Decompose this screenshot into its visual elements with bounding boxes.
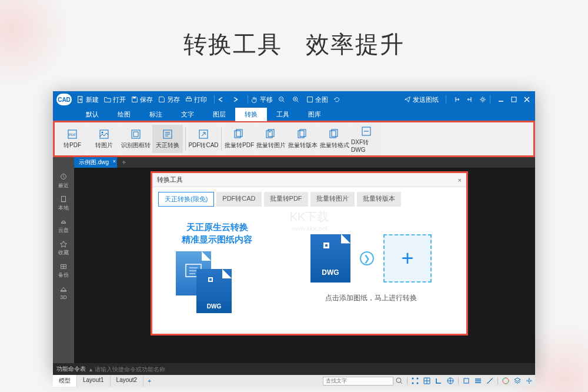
ribbon-批量转格式[interactable]: 批量转格式: [319, 125, 350, 153]
svg-rect-3: [187, 97, 190, 99]
add-file-dropzone[interactable]: +: [383, 234, 432, 283]
polar-icon[interactable]: [445, 376, 456, 386]
sidebar-备份[interactable]: 备份: [54, 260, 73, 281]
close-tab-icon[interactable]: ×: [113, 158, 116, 164]
layer-icon[interactable]: [512, 376, 523, 386]
svg-rect-11: [100, 130, 108, 138]
measure-icon[interactable]: [485, 376, 495, 386]
layout-tab-Layout2[interactable]: Layout2: [111, 375, 144, 387]
menu-图层[interactable]: 图层: [203, 108, 235, 121]
search-icon[interactable]: [394, 376, 405, 386]
ribbon-批量转PDF[interactable]: 批量转PDF: [224, 125, 255, 153]
fullscreen-button[interactable]: 全图: [306, 95, 328, 104]
sidebar-icon: [59, 285, 68, 293]
expand-left-icon[interactable]: [452, 95, 462, 104]
menu-标注[interactable]: 标注: [140, 108, 172, 121]
sidebar-云盘[interactable]: 云盘: [54, 215, 73, 236]
close-window-button[interactable]: [522, 95, 532, 104]
ribbon-转图片[interactable]: 转图片: [89, 125, 119, 153]
refresh-icon: [333, 95, 341, 104]
dialog-tab-2[interactable]: 批量转PDF: [264, 192, 308, 207]
undo-button[interactable]: [217, 95, 226, 104]
ribbon-icon: [360, 125, 372, 137]
document-tabs: 示例图.dwg × +: [53, 157, 535, 168]
page-heading: 转换工具效率提升: [0, 0, 588, 78]
collapse-icon[interactable]: ▴: [89, 366, 92, 373]
dialog-close-button[interactable]: ×: [458, 177, 462, 184]
expand-right-icon[interactable]: [465, 95, 475, 104]
ribbon-识别图框转[interactable]: 识别图框转: [121, 125, 151, 153]
layout-tab-模型[interactable]: 模型: [53, 375, 77, 387]
promo-panel: 天正原生云转换 精准显示图纸内容: [164, 221, 270, 316]
file-tab[interactable]: 示例图.dwg ×: [74, 157, 117, 168]
print-button[interactable]: 打印: [185, 95, 207, 104]
redo-button[interactable]: [231, 95, 240, 104]
menu-默认[interactable]: 默认: [76, 108, 108, 121]
ribbon-转PDF[interactable]: PDF转PDF: [57, 125, 88, 153]
osnap-icon[interactable]: [461, 376, 472, 386]
settings-icon[interactable]: [478, 95, 487, 104]
open-button[interactable]: 打开: [103, 95, 126, 104]
sidebar-icon: [59, 262, 68, 270]
menu-图库[interactable]: 图库: [299, 108, 330, 121]
menu-工具[interactable]: 工具: [267, 108, 299, 121]
promo-illustration: DWG: [164, 251, 270, 316]
svg-point-36: [396, 378, 401, 383]
snap-icon[interactable]: [410, 376, 420, 386]
dialog-tab-4[interactable]: 批量转版本: [357, 192, 401, 207]
grid-icon[interactable]: [422, 376, 432, 386]
ribbon-icon: PDF: [66, 128, 78, 140]
lineweight-icon[interactable]: [473, 376, 483, 386]
canvas[interactable]: 转换工具 × 天正转换(限免)PDF转CAD批量转PDF批量转图片批量转版本 K…: [74, 168, 535, 363]
ribbon-DXF转DWG[interactable]: DXF转DWG: [351, 125, 382, 153]
add-tab-button[interactable]: +: [122, 158, 126, 167]
dialog-tab-1[interactable]: PDF转CAD: [216, 192, 261, 207]
layout-tab-Layout1[interactable]: Layout1: [77, 375, 111, 387]
ribbon-icon: [162, 128, 173, 140]
ribbon-PDF转CAD[interactable]: PDF转CAD: [188, 125, 219, 153]
color-icon[interactable]: [500, 376, 511, 386]
save-button[interactable]: 保存: [131, 95, 153, 104]
zoom-in-button[interactable]: [292, 95, 301, 104]
menu-转换[interactable]: 转换: [235, 108, 267, 121]
svg-point-39: [412, 383, 414, 384]
ortho-icon[interactable]: [433, 376, 444, 386]
ribbon-icon: [130, 128, 142, 140]
ribbon-天正转换[interactable]: 天正转换: [152, 125, 183, 153]
refresh-button[interactable]: [333, 95, 342, 104]
settings-gear-icon[interactable]: [524, 376, 534, 386]
save-as-button[interactable]: 另存: [158, 95, 180, 104]
ribbon-批量转图片[interactable]: 批量转图片: [256, 125, 286, 153]
sidebar-最近[interactable]: 最近: [54, 170, 73, 191]
svg-rect-29: [61, 201, 66, 202]
new-button[interactable]: 新建: [76, 95, 99, 104]
sidebar-本地[interactable]: 本地: [54, 192, 73, 214]
ribbon-icon: [233, 128, 245, 140]
dialog-tab-0[interactable]: 天正转换(限免): [158, 192, 214, 207]
menu-绘图[interactable]: 绘图: [108, 108, 140, 121]
command-input[interactable]: [95, 366, 532, 373]
save-as-icon: [158, 95, 166, 104]
svg-rect-33: [209, 278, 212, 281]
ribbon-批量转版本[interactable]: 批量转版本: [288, 125, 318, 153]
zoom-out-button[interactable]: [278, 95, 287, 104]
send-drawing-button[interactable]: 发送图纸: [403, 95, 439, 104]
dialog-tab-3[interactable]: 批量转图片: [310, 192, 355, 207]
sidebar-icon: [59, 195, 68, 203]
sidebar-3D[interactable]: 3D: [54, 282, 73, 303]
hand-icon: [250, 95, 259, 104]
svg-rect-28: [62, 196, 66, 201]
svg-rect-35: [325, 244, 328, 247]
sidebar-icon: [59, 240, 68, 248]
add-layout-button[interactable]: +: [144, 376, 155, 386]
minimize-button[interactable]: [496, 95, 506, 104]
maximize-button[interactable]: [509, 95, 519, 104]
undo-icon: [217, 95, 225, 104]
menu-文字[interactable]: 文字: [172, 108, 203, 121]
sidebar-收藏[interactable]: 收藏: [54, 237, 73, 258]
sidebar-icon: [59, 172, 68, 181]
new-file-icon: [76, 95, 85, 104]
pan-button[interactable]: 平移: [250, 95, 273, 104]
search-text-input[interactable]: [323, 377, 393, 386]
svg-rect-1: [133, 97, 135, 99]
